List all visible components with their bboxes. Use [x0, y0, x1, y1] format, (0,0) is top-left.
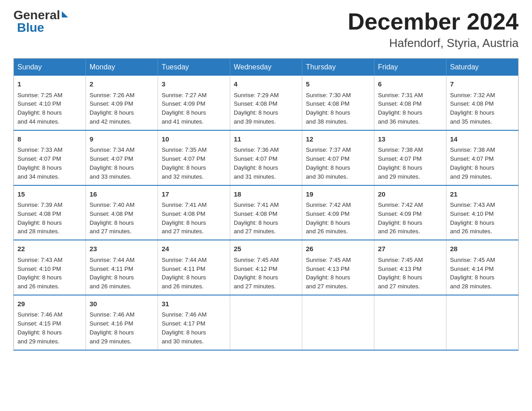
- day-number: 27: [378, 244, 442, 254]
- calendar-cell: [446, 295, 519, 350]
- day-details: Sunrise: 7:25 AMSunset: 4:10 PMDaylight:…: [17, 91, 82, 126]
- calendar-cell: 3Sunrise: 7:27 AMSunset: 4:09 PMDaylight…: [158, 76, 230, 130]
- calendar-cell: 17Sunrise: 7:41 AMSunset: 4:08 PMDayligh…: [158, 185, 230, 240]
- day-number: 7: [450, 79, 515, 90]
- day-details: Sunrise: 7:38 AMSunset: 4:07 PMDaylight:…: [450, 146, 515, 181]
- calendar-cell: [302, 295, 374, 350]
- page-header: General Blue December 2024 Hafendorf, St…: [13, 9, 519, 50]
- day-details: Sunrise: 7:39 AMSunset: 4:08 PMDaylight:…: [17, 201, 82, 236]
- day-details: Sunrise: 7:32 AMSunset: 4:08 PMDaylight:…: [450, 91, 515, 126]
- day-number: 22: [17, 244, 82, 254]
- day-number: 11: [234, 134, 298, 145]
- day-details: Sunrise: 7:46 AMSunset: 4:17 PMDaylight:…: [162, 310, 226, 346]
- day-number: 17: [162, 189, 226, 200]
- day-number: 12: [306, 134, 370, 145]
- day-number: 19: [306, 189, 370, 200]
- week-row-1: 1Sunrise: 7:25 AMSunset: 4:10 PMDaylight…: [14, 76, 519, 130]
- logo-triangle-icon: [62, 11, 68, 17]
- column-header-saturday: Saturday: [446, 59, 519, 76]
- day-number: 21: [450, 189, 515, 200]
- day-details: Sunrise: 7:42 AMSunset: 4:09 PMDaylight:…: [378, 201, 442, 236]
- calendar-header-row: SundayMondayTuesdayWednesdayThursdayFrid…: [14, 59, 519, 76]
- calendar-cell: 2Sunrise: 7:26 AMSunset: 4:09 PMDaylight…: [86, 76, 158, 130]
- day-number: 28: [450, 244, 515, 254]
- calendar-cell: 6Sunrise: 7:31 AMSunset: 4:08 PMDaylight…: [374, 76, 446, 130]
- day-details: Sunrise: 7:41 AMSunset: 4:08 PMDaylight:…: [162, 201, 226, 236]
- day-details: Sunrise: 7:36 AMSunset: 4:07 PMDaylight:…: [234, 146, 298, 181]
- calendar-cell: 7Sunrise: 7:32 AMSunset: 4:08 PMDaylight…: [446, 76, 519, 130]
- day-number: 18: [234, 189, 298, 200]
- week-row-3: 15Sunrise: 7:39 AMSunset: 4:08 PMDayligh…: [14, 185, 519, 240]
- calendar-cell: 10Sunrise: 7:35 AMSunset: 4:07 PMDayligh…: [158, 130, 230, 185]
- day-details: Sunrise: 7:44 AMSunset: 4:11 PMDaylight:…: [162, 256, 226, 291]
- column-header-monday: Monday: [86, 59, 158, 76]
- calendar-cell: 23Sunrise: 7:44 AMSunset: 4:11 PMDayligh…: [86, 240, 158, 295]
- day-details: Sunrise: 7:46 AMSunset: 4:15 PMDaylight:…: [17, 310, 82, 346]
- day-details: Sunrise: 7:33 AMSunset: 4:07 PMDaylight:…: [17, 146, 82, 181]
- calendar-cell: 1Sunrise: 7:25 AMSunset: 4:10 PMDaylight…: [14, 76, 86, 130]
- calendar-cell: 4Sunrise: 7:29 AMSunset: 4:08 PMDaylight…: [230, 76, 302, 130]
- week-row-5: 29Sunrise: 7:46 AMSunset: 4:15 PMDayligh…: [14, 295, 519, 350]
- logo-general-text: General: [13, 9, 60, 21]
- calendar-cell: 14Sunrise: 7:38 AMSunset: 4:07 PMDayligh…: [446, 130, 519, 185]
- logo: General Blue: [13, 9, 68, 34]
- day-details: Sunrise: 7:29 AMSunset: 4:08 PMDaylight:…: [234, 91, 298, 126]
- calendar-cell: [230, 295, 302, 350]
- week-row-2: 8Sunrise: 7:33 AMSunset: 4:07 PMDaylight…: [14, 130, 519, 185]
- calendar-cell: 31Sunrise: 7:46 AMSunset: 4:17 PMDayligh…: [158, 295, 230, 350]
- day-number: 1: [17, 79, 82, 90]
- day-number: 6: [378, 79, 442, 90]
- day-number: 26: [306, 244, 370, 254]
- calendar-cell: 28Sunrise: 7:45 AMSunset: 4:14 PMDayligh…: [446, 240, 519, 295]
- day-details: Sunrise: 7:42 AMSunset: 4:09 PMDaylight:…: [306, 201, 370, 236]
- day-number: 3: [162, 79, 226, 90]
- day-number: 29: [17, 299, 82, 309]
- calendar-cell: 15Sunrise: 7:39 AMSunset: 4:08 PMDayligh…: [14, 185, 86, 240]
- calendar-cell: 9Sunrise: 7:34 AMSunset: 4:07 PMDaylight…: [86, 130, 158, 185]
- day-details: Sunrise: 7:31 AMSunset: 4:08 PMDaylight:…: [378, 91, 442, 126]
- month-title: December 2024: [348, 9, 519, 34]
- day-number: 14: [450, 134, 515, 145]
- day-number: 5: [306, 79, 370, 90]
- calendar-cell: 27Sunrise: 7:45 AMSunset: 4:13 PMDayligh…: [374, 240, 446, 295]
- day-details: Sunrise: 7:45 AMSunset: 4:14 PMDaylight:…: [450, 256, 515, 291]
- day-details: Sunrise: 7:26 AMSunset: 4:09 PMDaylight:…: [90, 91, 154, 126]
- day-number: 10: [162, 134, 226, 145]
- calendar-cell: 16Sunrise: 7:40 AMSunset: 4:08 PMDayligh…: [86, 185, 158, 240]
- day-details: Sunrise: 7:40 AMSunset: 4:08 PMDaylight:…: [90, 201, 154, 236]
- calendar-cell: 19Sunrise: 7:42 AMSunset: 4:09 PMDayligh…: [302, 185, 374, 240]
- calendar-cell: 12Sunrise: 7:37 AMSunset: 4:07 PMDayligh…: [302, 130, 374, 185]
- week-row-4: 22Sunrise: 7:43 AMSunset: 4:10 PMDayligh…: [14, 240, 519, 295]
- calendar-cell: 21Sunrise: 7:43 AMSunset: 4:10 PMDayligh…: [446, 185, 519, 240]
- location-title: Hafendorf, Styria, Austria: [348, 36, 519, 50]
- day-number: 4: [234, 79, 298, 90]
- column-header-friday: Friday: [374, 59, 446, 76]
- calendar-cell: 18Sunrise: 7:41 AMSunset: 4:08 PMDayligh…: [230, 185, 302, 240]
- day-number: 15: [17, 189, 82, 200]
- column-header-wednesday: Wednesday: [230, 59, 302, 76]
- calendar-cell: 22Sunrise: 7:43 AMSunset: 4:10 PMDayligh…: [14, 240, 86, 295]
- column-header-thursday: Thursday: [302, 59, 374, 76]
- day-details: Sunrise: 7:45 AMSunset: 4:13 PMDaylight:…: [306, 256, 370, 291]
- day-details: Sunrise: 7:43 AMSunset: 4:10 PMDaylight:…: [450, 201, 515, 236]
- day-number: 31: [162, 299, 226, 309]
- day-number: 23: [90, 244, 154, 254]
- calendar-table: SundayMondayTuesdayWednesdayThursdayFrid…: [13, 58, 519, 350]
- calendar-cell: 29Sunrise: 7:46 AMSunset: 4:15 PMDayligh…: [14, 295, 86, 350]
- calendar-cell: 11Sunrise: 7:36 AMSunset: 4:07 PMDayligh…: [230, 130, 302, 185]
- day-number: 8: [17, 134, 82, 145]
- calendar-cell: 25Sunrise: 7:45 AMSunset: 4:12 PMDayligh…: [230, 240, 302, 295]
- day-details: Sunrise: 7:37 AMSunset: 4:07 PMDaylight:…: [306, 146, 370, 181]
- calendar-cell: [374, 295, 446, 350]
- day-number: 24: [162, 244, 226, 254]
- day-details: Sunrise: 7:41 AMSunset: 4:08 PMDaylight:…: [234, 201, 298, 236]
- column-header-tuesday: Tuesday: [158, 59, 230, 76]
- day-details: Sunrise: 7:46 AMSunset: 4:16 PMDaylight:…: [90, 310, 154, 346]
- calendar-cell: 24Sunrise: 7:44 AMSunset: 4:11 PMDayligh…: [158, 240, 230, 295]
- day-details: Sunrise: 7:30 AMSunset: 4:08 PMDaylight:…: [306, 91, 370, 126]
- calendar-cell: 26Sunrise: 7:45 AMSunset: 4:13 PMDayligh…: [302, 240, 374, 295]
- day-details: Sunrise: 7:38 AMSunset: 4:07 PMDaylight:…: [378, 146, 442, 181]
- calendar-cell: 13Sunrise: 7:38 AMSunset: 4:07 PMDayligh…: [374, 130, 446, 185]
- day-details: Sunrise: 7:45 AMSunset: 4:13 PMDaylight:…: [378, 256, 442, 291]
- calendar-cell: 30Sunrise: 7:46 AMSunset: 4:16 PMDayligh…: [86, 295, 158, 350]
